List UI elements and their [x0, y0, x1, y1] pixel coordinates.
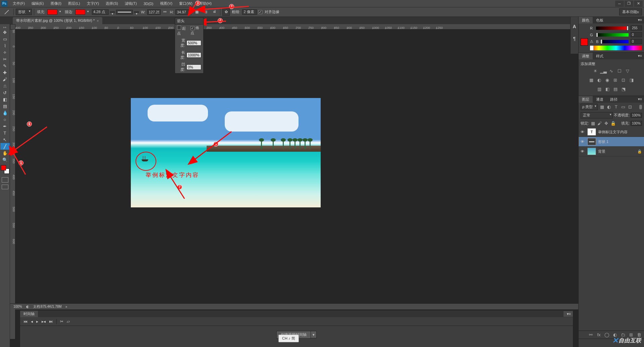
g-input[interactable] — [631, 32, 642, 37]
b-input[interactable] — [631, 39, 642, 44]
zoom-slider-icon[interactable]: ◐ — [26, 305, 29, 308]
marquee-tool[interactable]: ▭ — [0, 36, 10, 42]
visibility-icon[interactable]: 👁 — [581, 130, 585, 134]
workspace-switcher[interactable]: 基本功能 ≡ — [619, 8, 642, 15]
adj-select-icon[interactable]: ⬔ — [621, 86, 626, 92]
adj-invert-icon[interactable]: ◨ — [629, 77, 634, 83]
adj-exposure-icon[interactable]: ☐ — [616, 68, 622, 74]
adjust-tab[interactable]: 调整 — [579, 53, 593, 59]
paths-tab[interactable]: 路径 — [607, 96, 621, 103]
menu-file[interactable]: 文件(F) — [9, 0, 28, 7]
layer-name[interactable]: 背景 — [598, 149, 605, 154]
filter-adjust-icon[interactable]: ◐ — [606, 104, 612, 110]
brush-tool[interactable]: 🖌 — [0, 76, 10, 83]
canvas-area[interactable]: 4003503002502001501005005010015020025030… — [10, 24, 644, 347]
adj-grad-icon[interactable]: ▤ — [612, 86, 618, 92]
adj-brightness-icon[interactable]: ☀ — [592, 68, 598, 74]
filter-pixel-icon[interactable]: ▦ — [599, 104, 605, 110]
color-panel-menu[interactable]: ▾≡ — [636, 17, 644, 23]
current-tool-icon[interactable] — [2, 8, 11, 16]
arrow-width-input[interactable] — [186, 40, 201, 46]
r-input[interactable] — [631, 26, 642, 31]
tool-mode-select[interactable]: 形状 — [16, 9, 32, 15]
menu-view[interactable]: 视图(V) — [157, 0, 176, 7]
timeline-menu-icon[interactable]: ▾≡ — [564, 311, 573, 317]
tool-settings-gear[interactable]: ✿ — [222, 8, 230, 16]
channels-tab[interactable]: 通道 — [593, 96, 607, 103]
character-panel-icon[interactable]: A — [572, 23, 578, 30]
menu-window[interactable]: 窗口(W) — [176, 0, 196, 7]
type-tool[interactable]: T — [0, 130, 10, 136]
path-select-tool[interactable]: ↖ — [0, 136, 10, 143]
window-maximize[interactable]: ❐ — [625, 1, 633, 7]
layer-filter-select[interactable]: ρ 类型 — [581, 104, 598, 110]
adj-levels-icon[interactable]: ▁▃ — [600, 68, 606, 74]
filter-text-icon[interactable]: T — [613, 104, 619, 110]
layer-row[interactable]: 👁 形状 1 — [579, 137, 644, 147]
color-sample-swatch[interactable] — [581, 38, 588, 46]
adj-thresh-icon[interactable]: ◧ — [604, 86, 610, 92]
r-slider[interactable] — [596, 27, 629, 30]
weight-input[interactable] — [242, 9, 257, 15]
timeline-play[interactable]: ▸ — [36, 319, 38, 324]
adj-mixer-icon[interactable]: ⊞ — [612, 77, 618, 83]
stroke-style-dd[interactable] — [134, 11, 139, 13]
dodge-tool[interactable]: ○ — [0, 116, 10, 123]
timeline-tab[interactable]: 时间轴 — [20, 311, 38, 317]
layer-mask-icon[interactable]: ◯ — [604, 332, 610, 338]
color-tab[interactable]: 颜色 — [579, 17, 593, 23]
line-tool[interactable]: ╱ — [0, 143, 10, 150]
quick-mask-toggle[interactable] — [2, 177, 8, 183]
toolbar-collapse[interactable]: ▸▸ — [0, 26, 10, 29]
height-input[interactable] — [175, 9, 189, 15]
adjust-panel-menu[interactable]: ▾≡ — [636, 53, 644, 59]
adj-lookup-icon[interactable]: ⊡ — [621, 77, 626, 83]
stroke-width-dd[interactable] — [110, 11, 115, 13]
adj-vibrance-icon[interactable]: ▽ — [625, 68, 630, 74]
lock-trans-icon[interactable]: ▦ — [590, 120, 596, 126]
styles-tab[interactable]: 样式 — [593, 53, 607, 59]
arrow-start-checkbox[interactable] — [177, 26, 181, 30]
adj-hue-icon[interactable]: ▦ — [588, 77, 594, 83]
menu-edit[interactable]: 编辑(E) — [28, 0, 47, 7]
zoom-value[interactable]: 100% — [13, 305, 22, 308]
ime-indicator[interactable]: CH ♪ 简 — [278, 335, 299, 342]
timeline-last[interactable]: ⏭ — [49, 319, 53, 324]
stroke-width-input[interactable] — [92, 9, 109, 15]
fill-opacity-input[interactable] — [631, 121, 642, 126]
filter-shape-icon[interactable]: ▭ — [620, 104, 626, 110]
menu-select[interactable]: 选择(S) — [102, 0, 121, 7]
layer-fx-icon[interactable]: fx — [596, 332, 602, 338]
tab-close-icon[interactable]: × — [97, 19, 99, 23]
color-spectrum[interactable] — [590, 46, 642, 50]
ruler-origin[interactable] — [10, 24, 15, 30]
screen-mode-toggle[interactable] — [2, 185, 8, 189]
document-tab[interactable]: 带水印图片素材.jpg @ 100% (形状 1, RGB/8#) * × — [13, 17, 102, 24]
filter-smart-icon[interactable]: ⊡ — [627, 104, 633, 110]
align-button[interactable]: ⊟ — [202, 8, 209, 16]
arrow-end-checkbox[interactable] — [191, 26, 195, 30]
stamp-tool[interactable]: ⎍ — [0, 83, 10, 89]
blur-tool[interactable]: 💧 — [0, 109, 10, 116]
adj-photo-icon[interactable]: ◉ — [604, 77, 610, 83]
window-close[interactable]: ✕ — [634, 1, 643, 7]
link-layers-icon[interactable]: ⚯ — [588, 332, 594, 338]
blend-mode-select[interactable]: 正常 — [581, 112, 613, 118]
stroke-color-swatch[interactable] — [75, 9, 85, 15]
g-slider[interactable] — [596, 33, 629, 37]
ruler-vertical[interactable]: 50050100150200250300350400450500550600 — [10, 30, 15, 339]
layer-filter-toggle[interactable] — [639, 105, 642, 109]
timeline-transition-icon[interactable]: ▱ — [67, 319, 70, 324]
arrow-length-input[interactable] — [186, 52, 201, 58]
width-input[interactable] — [147, 9, 161, 15]
color-foreground-background[interactable] — [1, 165, 9, 174]
path-ops-button[interactable]: ▦ — [193, 8, 201, 16]
arrow-concav-input[interactable] — [186, 64, 201, 70]
create-video-timeline-dd[interactable]: ▾ — [311, 331, 317, 338]
timeline-next[interactable]: ▸◂ — [42, 319, 46, 324]
layer-name[interactable]: 举例标注文字内容 — [598, 130, 628, 135]
ruler-horizontal[interactable]: 4003503002502001501005005010015020025030… — [15, 24, 644, 30]
menu-layer[interactable]: 图层(L) — [65, 0, 83, 7]
status-menu-arrow[interactable]: ▸ — [66, 305, 67, 308]
layer-row[interactable]: 👁 T 举例标注文字内容 — [579, 127, 644, 137]
